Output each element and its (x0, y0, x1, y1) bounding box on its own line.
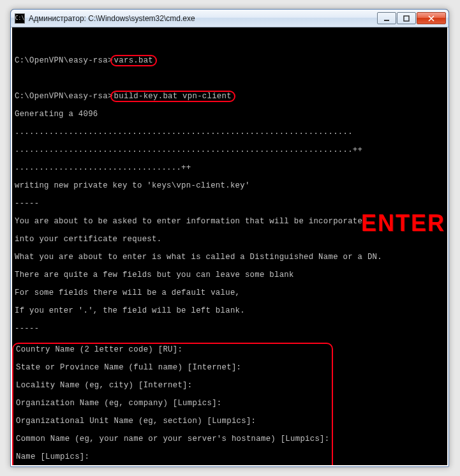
output-line: Country Name (2 letter code) [RU]: (16, 345, 329, 354)
output-line: Generating a 4096 (15, 110, 445, 119)
maximize-button[interactable] (397, 12, 416, 24)
output-line: If you enter '.', the field will be left… (15, 306, 445, 315)
output-line: ........................................… (15, 145, 445, 154)
titlebar[interactable]: C:\ Администратор: C:\Windows\system32\c… (11, 10, 449, 27)
output-line: Name [Lumpics]: (16, 452, 329, 461)
output-line: writing new private key to 'keys\vpn-cli… (15, 181, 445, 190)
output-line: Locality Name (eg, city) [Internet]: (16, 381, 329, 390)
output-line: State or Province Name (full name) [Inte… (16, 363, 329, 372)
svg-rect-0 (384, 20, 389, 21)
highlight-vars-cmd: vars.bat (110, 55, 157, 66)
highlight-dn-fields: Country Name (2 letter code) [RU]: State… (12, 343, 333, 466)
cmd-icon: C:\ (15, 13, 25, 24)
window-title: Администратор: C:\Windows\system32\cmd.e… (29, 14, 377, 23)
output-line: ----- (15, 324, 445, 333)
output-line: Common Name (eg, your name or your serve… (16, 435, 329, 443)
output-line: into your certificate request. (15, 235, 445, 244)
window-buttons (377, 12, 446, 24)
svg-rect-1 (404, 16, 409, 21)
terminal-output[interactable]: C:\OpenVPN\easy-rsa>vars.bat C:\OpenVPN\… (11, 27, 449, 466)
close-button[interactable] (417, 12, 446, 24)
enter-annotation: ENTER (361, 219, 445, 228)
output-line: ........................................… (15, 128, 445, 137)
output-line: Organizational Unit Name (eg, section) [… (16, 417, 329, 426)
prompt-text: C:\OpenVPN\easy-rsa> (15, 56, 113, 65)
cmd-window: C:\ Администратор: C:\Windows\system32\c… (10, 9, 449, 467)
output-line: Organization Name (eg, company) [Lumpics… (16, 399, 329, 408)
prompt-text: C:\OpenVPN\easy-rsa> (15, 92, 113, 101)
minimize-button[interactable] (377, 12, 396, 24)
highlight-buildkey-cmd: build-key.bat vpn-client (110, 91, 235, 102)
output-line: For some fields there will be a default … (15, 288, 445, 297)
output-line: What you are about to enter is what is c… (15, 253, 445, 262)
output-line: ..................................++ (15, 163, 445, 172)
output-line: There are quite a few fields but you can… (15, 271, 445, 279)
output-line: ----- (15, 199, 445, 208)
